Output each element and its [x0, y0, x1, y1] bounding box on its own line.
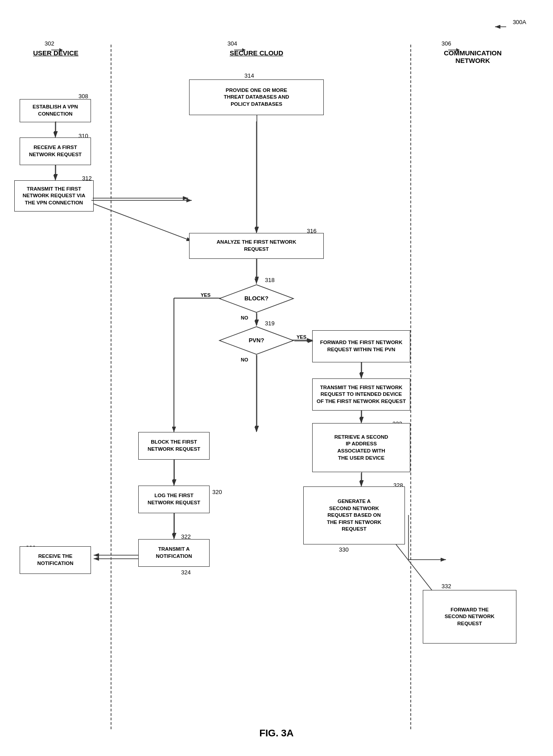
box-analyze-first-req: ANALYZE THE FIRST NETWORKREQUEST [189, 233, 324, 259]
arrow-308-310 [53, 121, 58, 139]
diamond-pvn: PVN? [219, 326, 294, 355]
box-transmit-first-vpn: TRANSMIT THE FIRSTNETWORK REQUEST VIATHE… [14, 180, 94, 212]
arrow-300a [493, 22, 511, 31]
svg-text:PVN?: PVN? [249, 337, 264, 344]
arrow-318-yes-block [138, 286, 221, 437]
box-receive-notification: RECEIVE THENOTIFICATION [20, 546, 91, 574]
arrow-318-no-319 [254, 313, 260, 328]
ref-308: 308 [78, 93, 88, 100]
arrow-319-no-down [254, 355, 260, 434]
arrow-322-326 [91, 552, 141, 558]
label-no-319: NO [241, 357, 248, 362]
label-no-318: NO [241, 315, 248, 320]
box-receive-first-req: RECEIVE A FIRSTNETWORK REQUEST [20, 137, 91, 165]
arrow-316-318 [254, 259, 260, 285]
box-log-first-req: LOG THE FIRSTNETWORK REQUEST [138, 486, 210, 513]
arrow-314-316 [254, 115, 260, 235]
col-divider-left [111, 45, 111, 729]
box-transmit-intended: TRANSMIT THE FIRST NETWORKREQUEST TO INT… [312, 378, 410, 411]
arrow-log-322 [172, 513, 177, 541]
arrow-block-log [172, 460, 177, 487]
col-header-user-device: USER DEVICE [27, 49, 85, 57]
diagram-container: 300A 302 USER DEVICE 304 SECURE CLOUD 30… [0, 0, 553, 756]
ref-318: 318 [265, 277, 275, 283]
box-provide-db: PROVIDE ONE OR MORETHREAT DATABASES ANDP… [189, 79, 324, 115]
ref-320: 320 [212, 489, 222, 495]
box-establish-vpn: ESTABLISH A VPNCONNECTION [20, 99, 91, 122]
ref-330: 330 [339, 546, 349, 553]
svg-line-3 [93, 204, 192, 241]
diamond-block: BLOCK? [219, 284, 294, 313]
figure-label: FIG. 3A [0, 727, 553, 739]
box-forward-pvn: FORWARD THE FIRST NETWORKREQUEST WITHIN … [312, 330, 410, 362]
ref-324: 324 [181, 569, 191, 576]
box-generate-second-req: GENERATE ASECOND NETWORKREQUEST BASED ON… [303, 486, 405, 544]
arrow-321-transmit [359, 362, 364, 380]
col-header-comm-network: COMMUNICATIONNETWORK [428, 49, 517, 64]
arrow-312-316-horiz [93, 195, 191, 201]
col-header-secure-cloud: SECURE CLOUD [219, 49, 294, 57]
box-retrieve-second-ip: RETRIEVE A SECONDIP ADDRESSASSOCIATED WI… [312, 423, 410, 472]
arrow-transmit-323 [359, 411, 364, 425]
arrow-319-yes-321 [294, 338, 316, 344]
svg-text:BLOCK?: BLOCK? [244, 295, 268, 302]
ref-314: 314 [244, 72, 254, 79]
arrow-328-332 [404, 515, 449, 627]
arrow-323-328 [359, 472, 364, 488]
arrow-310-312 [53, 165, 58, 182]
diagram-ref: 300A [513, 19, 526, 25]
box-transmit-notification: TRANSMIT ANOTIFICATION [138, 539, 210, 567]
